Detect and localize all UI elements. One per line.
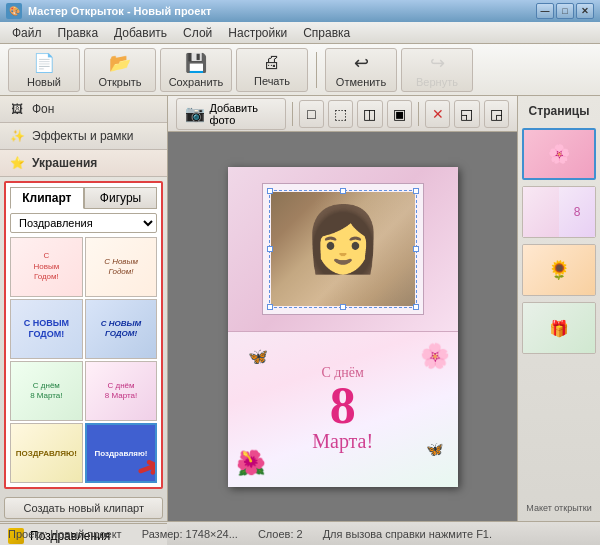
handle-top-right[interactable]	[413, 188, 419, 194]
section-effects-label: Эффекты и рамки	[32, 129, 133, 143]
canvas-tool-4[interactable]: ▣	[387, 100, 412, 128]
selection-arrow: ➜	[131, 449, 157, 483]
decorations-icon: ⭐	[8, 154, 26, 172]
project-label: Проект: Новый проект	[8, 528, 122, 540]
undo-label: Отменить	[336, 76, 386, 88]
handle-middle-right[interactable]	[413, 246, 419, 252]
canvas-tool-5[interactable]: ◱	[454, 100, 479, 128]
category-dropdown[interactable]: Поздравления Новый год 8 Марта	[10, 213, 157, 233]
maximize-button[interactable]: □	[556, 3, 574, 19]
canvas-toolbar-separator2	[418, 102, 419, 126]
clipart-item[interactable]: С НОВЫМГОДОМ!	[10, 299, 83, 359]
flower-decoration-1: 🌺	[236, 449, 266, 477]
page-thumb-inner-3: 🌻	[523, 245, 595, 295]
section-background[interactable]: 🖼 Фон	[0, 96, 167, 123]
handle-top-middle[interactable]	[340, 188, 346, 194]
new-label: Новый	[27, 76, 61, 88]
card-top	[228, 167, 458, 332]
toolbar-separator	[316, 52, 317, 88]
save-button[interactable]: 💾 Сохранить	[160, 48, 232, 92]
category-dropdown-row: Поздравления Новый год 8 Марта	[10, 213, 157, 233]
page-thumb-2[interactable]: 8	[522, 186, 596, 238]
undo-button[interactable]: ↩ Отменить	[325, 48, 397, 92]
mockup-label: Макет открытки	[526, 503, 591, 513]
handle-bottom-middle[interactable]	[340, 304, 346, 310]
canvas-tool-6[interactable]: ◲	[484, 100, 509, 128]
section-effects[interactable]: ✨ Эффекты и рамки	[0, 123, 167, 150]
tab-row: Клипарт Фигуры	[10, 187, 157, 209]
canvas-tool-3[interactable]: ◫	[357, 100, 382, 128]
card-preview: 🦋 С днём 8 Марта! 🌺 🌸 🦋	[228, 167, 458, 487]
menu-layer[interactable]: Слой	[175, 24, 220, 42]
main-toolbar: 📄 Новый 📂 Открыть 💾 Сохранить 🖨 Печать ↩…	[0, 44, 600, 96]
card-bottom: 🦋 С днём 8 Марта! 🌺 🌸 🦋	[228, 332, 458, 487]
redo-button[interactable]: ↪ Вернуть	[401, 48, 473, 92]
section-background-label: Фон	[32, 102, 54, 116]
menu-add[interactable]: Добавить	[106, 24, 175, 42]
help-status: Для вызова справки нажмите F1.	[323, 528, 492, 540]
section-decorations[interactable]: ⭐ Украшения	[0, 150, 167, 177]
handle-bottom-right[interactable]	[413, 304, 419, 310]
print-icon: 🖨	[263, 52, 281, 73]
clipart-grid: СНовымГодом! С НовымГодом! С НОВЫМГОДОМ!…	[10, 237, 157, 483]
menu-settings[interactable]: Настройки	[220, 24, 295, 42]
photo-frame[interactable]	[263, 184, 423, 314]
butterfly-decoration: 🦋	[248, 347, 268, 366]
window-controls: — □ ✕	[536, 3, 594, 19]
canvas-area: 📷 Добавить фото □ ⬚ ◫ ▣ ✕ ◱ ◲	[168, 96, 517, 521]
canvas-toolbar-separator	[292, 102, 293, 126]
handle-middle-left[interactable]	[267, 246, 273, 252]
canvas-workspace: 🦋 С днём 8 Марта! 🌺 🌸 🦋	[168, 132, 517, 521]
active-section-panel: Клипарт Фигуры Поздравления Новый год 8 …	[4, 181, 163, 489]
menu-edit[interactable]: Правка	[50, 24, 107, 42]
clipart-item[interactable]: С НовымГодом!	[85, 237, 158, 297]
handle-bottom-left[interactable]	[267, 304, 273, 310]
minimize-button[interactable]: —	[536, 3, 554, 19]
page-thumb-4[interactable]: 🎁	[522, 302, 596, 354]
canvas-tool-2[interactable]: ⬚	[328, 100, 353, 128]
add-photo-button[interactable]: 📷 Добавить фото	[176, 98, 285, 130]
clipart-item[interactable]: С НОВЫМГОДОМ!	[85, 299, 158, 359]
layers-label: Слоев: 2	[258, 528, 303, 540]
menu-file[interactable]: Файл	[4, 24, 50, 42]
delete-button[interactable]: ✕	[425, 100, 450, 128]
page-thumb-3[interactable]: 🌻	[522, 244, 596, 296]
title-text: Мастер Открыток - Новый проект	[28, 5, 536, 17]
size-label: Размер: 1748×24...	[142, 528, 238, 540]
clipart-item-selected[interactable]: Поздравляю! ➜	[85, 423, 158, 483]
main-content: 🖼 Фон ✨ Эффекты и рамки ⭐ Украшения Клип…	[0, 96, 600, 521]
add-photo-label: Добавить фото	[209, 102, 276, 126]
page-thumb-inner-4: 🎁	[523, 303, 595, 353]
flower-decoration-2: 🌸	[420, 342, 450, 370]
project-status: Проект: Новый проект	[8, 528, 122, 540]
create-clipart-button[interactable]: Создать новый клипарт	[4, 497, 163, 519]
section-decorations-label: Украшения	[32, 156, 97, 170]
left-panel: 🖼 Фон ✨ Эффекты и рамки ⭐ Украшения Клип…	[0, 96, 168, 521]
new-button[interactable]: 📄 Новый	[8, 48, 80, 92]
redo-label: Вернуть	[416, 76, 458, 88]
background-icon: 🖼	[8, 100, 26, 118]
clipart-item[interactable]: С днём8 Марта!	[85, 361, 158, 421]
effects-icon: ✨	[8, 127, 26, 145]
page-thumb-inner-1: 🌸	[524, 130, 594, 178]
clipart-item[interactable]: ПОЗДРАВЛЯЮ!	[10, 423, 83, 483]
menu-bar: Файл Правка Добавить Слой Настройки Спра…	[0, 22, 600, 44]
menu-help[interactable]: Справка	[295, 24, 358, 42]
app-icon: 🎨	[6, 3, 22, 19]
save-label: Сохранить	[169, 76, 224, 88]
selection-handles	[269, 190, 417, 308]
clipart-item[interactable]: СНовымГодом!	[10, 237, 83, 297]
canvas-tool-1[interactable]: □	[299, 100, 324, 128]
print-button[interactable]: 🖨 Печать	[236, 48, 308, 92]
tab-clipart[interactable]: Клипарт	[10, 187, 84, 209]
print-label: Печать	[254, 75, 290, 87]
page-thumb-1[interactable]: 🌸	[522, 128, 596, 180]
redo-icon: ↪	[430, 52, 445, 74]
pages-title: Страницы	[529, 104, 590, 118]
clipart-item[interactable]: С днём8 Марта!	[10, 361, 83, 421]
tab-shapes[interactable]: Фигуры	[84, 187, 158, 209]
close-button[interactable]: ✕	[576, 3, 594, 19]
open-button[interactable]: 📂 Открыть	[84, 48, 156, 92]
new-icon: 📄	[33, 52, 55, 74]
handle-top-left[interactable]	[267, 188, 273, 194]
